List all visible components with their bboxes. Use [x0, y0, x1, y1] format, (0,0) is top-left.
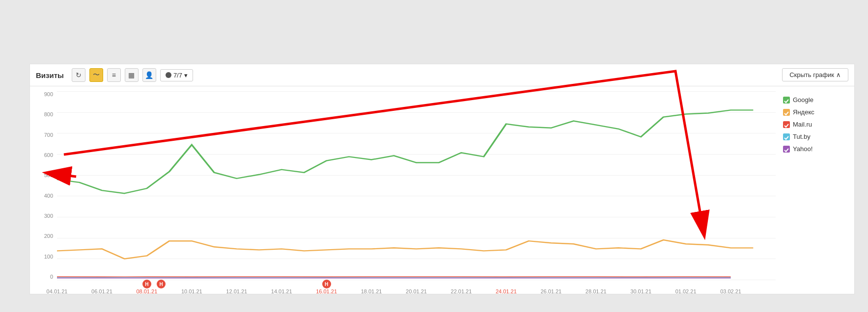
y-label-800: 800	[44, 111, 53, 117]
legend-checkbox[interactable]	[783, 97, 790, 104]
x-label: 01.02.21	[675, 288, 697, 294]
holiday-marker[interactable]: Н	[142, 280, 151, 288]
x-label: 24.01.21	[496, 288, 517, 294]
filter-label: 7/7	[173, 72, 182, 79]
legend-label: Tut.by	[793, 133, 811, 140]
legend-label: Mail.ru	[793, 121, 812, 128]
line-chart-icon: 〜	[93, 71, 100, 79]
y-label-600: 600	[44, 152, 53, 158]
x-label: 03.02.21	[720, 288, 741, 294]
chart-svg	[57, 91, 776, 280]
legend-item[interactable]: Яндекс	[783, 108, 854, 116]
legend-label: Yahoo!	[793, 145, 812, 153]
x-axis-labels: 04.01.2106.01.2108.01.2110.01.2112.01.21…	[57, 281, 776, 294]
filter-dot-icon	[166, 72, 171, 78]
x-label: 18.01.21	[361, 288, 382, 294]
chart-inner: 04.01.2106.01.2108.01.2110.01.2112.01.21…	[57, 86, 854, 294]
x-label: 04.01.21	[47, 288, 68, 294]
legend-item[interactable]: Tut.by	[783, 133, 854, 140]
bar-chart-button[interactable]: ▦	[125, 68, 139, 82]
refresh-button[interactable]: ↻	[72, 68, 85, 82]
y-label-0: 0	[50, 274, 53, 280]
line-chart-button[interactable]: 〜	[89, 68, 103, 82]
legend-item[interactable]: Yahoo!	[783, 145, 854, 153]
x-label: 08.01.21	[136, 288, 157, 294]
hide-graph-button[interactable]: Скрыть график ∧	[782, 68, 848, 81]
x-label: 10.01.21	[181, 288, 202, 294]
yandex-line	[57, 240, 753, 259]
legend: GoogleЯндексMail.ruTut.byYahoo!	[783, 96, 854, 153]
legend-item[interactable]: Google	[783, 96, 854, 104]
grid-line	[57, 280, 776, 280]
x-label: 22.01.21	[451, 288, 472, 294]
y-label-200: 200	[44, 233, 53, 239]
x-label: 16.01.21	[316, 288, 337, 294]
x-label: 20.01.21	[406, 288, 427, 294]
legend-checkbox[interactable]	[783, 109, 790, 116]
y-label-700: 700	[44, 132, 53, 138]
toolbar: Визиты ↻ 〜 ≡ ▦ 👤 7/7 ▾ Скрыть график ∧	[30, 64, 854, 86]
hide-graph-label: Скрыть график	[789, 71, 834, 78]
x-label: 30.01.21	[630, 288, 651, 294]
filter-button[interactable]: 7/7 ▾	[160, 69, 193, 81]
google-line	[57, 110, 753, 193]
stacked-chart-icon: ≡	[112, 71, 116, 79]
chart-title: Визиты	[36, 71, 64, 79]
y-axis: 900 800 700 600 500 400 300 200 100 0	[30, 86, 57, 294]
holiday-marker[interactable]: Н	[322, 280, 331, 288]
x-label: 14.01.21	[271, 288, 292, 294]
chart-area: 900 800 700 600 500 400 300 200 100 0 04…	[30, 86, 854, 294]
bar-chart-icon: ▦	[128, 71, 135, 79]
refresh-icon: ↻	[76, 71, 82, 79]
x-label: 06.01.21	[91, 288, 112, 294]
user-button[interactable]: 👤	[142, 68, 156, 82]
y-label-500: 500	[44, 172, 53, 178]
y-label-100: 100	[44, 254, 53, 260]
legend-label: Яндекс	[793, 108, 814, 116]
stacked-chart-button[interactable]: ≡	[107, 68, 121, 82]
chevron-up-icon: ∧	[836, 71, 841, 78]
y-label-400: 400	[44, 193, 53, 199]
legend-item[interactable]: Mail.ru	[783, 121, 854, 128]
legend-checkbox[interactable]	[783, 133, 790, 140]
chart-container: Визиты ↻ 〜 ≡ ▦ 👤 7/7 ▾ Скрыть график ∧ 9…	[29, 64, 855, 294]
legend-label: Google	[793, 96, 813, 104]
holiday-marker[interactable]: Н	[157, 280, 166, 288]
filter-chevron-icon: ▾	[184, 72, 188, 79]
x-label: 28.01.21	[586, 288, 607, 294]
x-label: 12.01.21	[226, 288, 247, 294]
legend-checkbox[interactable]	[783, 121, 790, 128]
y-label-300: 300	[44, 213, 53, 219]
x-label: 26.01.21	[540, 288, 561, 294]
legend-checkbox[interactable]	[783, 146, 790, 153]
user-icon: 👤	[145, 71, 153, 79]
y-label-900: 900	[44, 91, 53, 97]
